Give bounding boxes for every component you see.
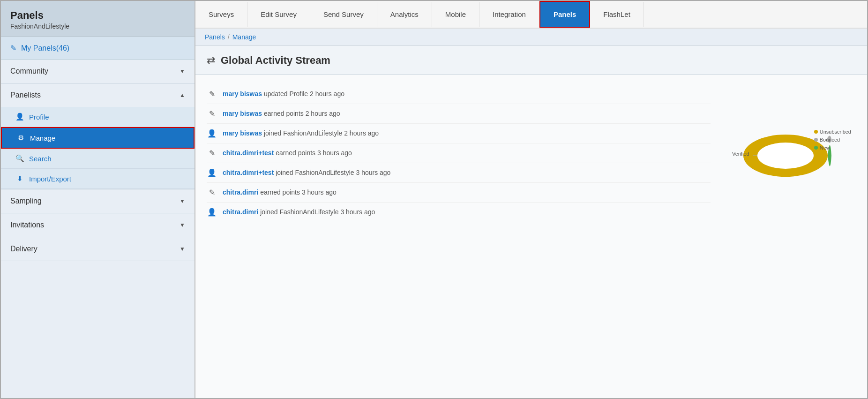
activity-item: ✎ mary biswas earned points 2 hours ago: [207, 104, 711, 124]
section-panelists-header[interactable]: Panelists ▲: [1, 83, 195, 107]
section-panelists: Panelists ▲ 👤 Profile ⚙ Manage 🔍 Search: [1, 83, 195, 189]
section-community: Community ▼: [1, 60, 195, 83]
search-icon: 🔍: [15, 154, 24, 163]
tab-surveys[interactable]: Surveys: [195, 2, 247, 27]
chart-verified-label: Verified: [732, 151, 749, 157]
activity-user-2[interactable]: mary biswas: [223, 110, 262, 117]
tab-integration[interactable]: Integration: [479, 2, 539, 27]
legend-bounced: Bounced: [814, 137, 851, 143]
content-header: ⇄ Global Activity Stream: [195, 46, 867, 75]
section-panelists-title: Panelists: [10, 91, 41, 99]
activity-time-4: 3 hours ago: [317, 149, 352, 157]
sidebar-title: Panels: [10, 9, 185, 22]
activity-time-2: 2 hours ago: [306, 110, 340, 117]
sidebar-item-profile[interactable]: 👤 Profile: [1, 107, 195, 127]
tab-edit-survey[interactable]: Edit Survey: [247, 2, 310, 27]
import-export-icon: ⬇: [15, 174, 24, 183]
section-sampling-header[interactable]: Sampling ▼: [1, 189, 195, 213]
activity-action-1: updated Profile: [264, 90, 310, 98]
section-invitations-header[interactable]: Invitations ▼: [1, 213, 195, 237]
activity-item: ✎ chitra.dimri+test earned points 3 hour…: [207, 143, 711, 163]
tab-flashlet[interactable]: FlashLet: [590, 2, 644, 27]
activity-time-7: 3 hours ago: [340, 208, 375, 216]
activity-item: 👤 chitra.dimri joined FashionAndLifestyl…: [207, 203, 711, 222]
activity-user-6[interactable]: chitra.dimri: [223, 188, 258, 196]
top-nav: Surveys Edit Survey Send Survey Analytic…: [195, 1, 867, 29]
activity-action-6: earned points: [260, 188, 302, 196]
activity-time-1: 2 hours ago: [310, 90, 344, 98]
activity-edit-icon-6: ✎: [207, 188, 217, 197]
tab-send-survey[interactable]: Send Survey: [310, 2, 377, 27]
activity-edit-icon-2: ✎: [207, 109, 217, 118]
tab-panels[interactable]: Panels: [539, 1, 590, 28]
panelists-subsection: 👤 Profile ⚙ Manage 🔍 Search ⬇ Import/Exp…: [1, 107, 195, 189]
chart-legend: Unsubscribed Bounced New: [814, 129, 851, 151]
donut-chart-container: Verified Unsubscribed: [729, 125, 851, 181]
activity-time-6: 3 hours ago: [302, 188, 337, 196]
legend-label-bounced: Bounced: [820, 137, 840, 143]
main-panel: Surveys Edit Survey Send Survey Analytic…: [195, 1, 867, 398]
section-invitations: Invitations ▼: [1, 213, 195, 237]
activity-person-icon-3: 👤: [207, 129, 217, 138]
activity-time-3: 2 hours ago: [344, 129, 379, 137]
section-invitations-title: Invitations: [10, 221, 44, 229]
activity-person-icon-5: 👤: [207, 168, 217, 177]
activity-edit-icon-1: ✎: [207, 90, 217, 98]
my-panels-label: My Panels(46): [21, 44, 69, 53]
activity-user-1[interactable]: mary biswas: [223, 90, 262, 98]
breadcrumb-panels[interactable]: Panels: [205, 33, 225, 41]
sidebar-header: Panels FashionAndLifestyle: [1, 1, 195, 37]
my-panels-button[interactable]: ✎ My Panels(46): [1, 37, 195, 60]
activity-action-5: joined FashionAndLifestyle: [276, 169, 356, 176]
breadcrumb-bar: Panels / Manage: [195, 29, 867, 46]
section-sampling: Sampling ▼: [1, 189, 195, 213]
activity-item: 👤 chitra.dimri+test joined FashionAndLif…: [207, 163, 711, 183]
sidebar: Panels FashionAndLifestyle ✎ My Panels(4…: [1, 1, 195, 398]
section-community-title: Community: [10, 67, 48, 75]
activity-action-7: joined FashionAndLifestyle: [260, 208, 340, 216]
legend-label-unsubscribed: Unsubscribed: [820, 129, 851, 135]
section-delivery-title: Delivery: [10, 245, 37, 253]
activity-text-3: mary biswas joined FashionAndLifestyle 2…: [223, 128, 379, 138]
chart-area: Verified Unsubscribed: [725, 84, 856, 222]
section-delivery-header[interactable]: Delivery ▼: [1, 237, 195, 261]
legend-label-new: New: [820, 145, 830, 151]
activity-user-7[interactable]: chitra.dimri: [223, 208, 258, 216]
sidebar-item-search-label: Search: [29, 155, 52, 163]
content-header-title: Global Activity Stream: [221, 54, 330, 67]
sidebar-item-import-export[interactable]: ⬇ Import/Export: [1, 169, 195, 189]
breadcrumb-manage[interactable]: Manage: [232, 33, 256, 41]
svg-point-1: [757, 143, 814, 169]
section-community-header[interactable]: Community ▼: [1, 60, 195, 83]
activity-item: 👤 mary biswas joined FashionAndLifestyle…: [207, 124, 711, 143]
content-area: ⇄ Global Activity Stream ✎ mary biswas u…: [195, 46, 867, 398]
sidebar-item-manage[interactable]: ⚙ Manage: [1, 127, 195, 149]
activity-user-5[interactable]: chitra.dimri+test: [223, 169, 274, 176]
activity-text-2: mary biswas earned points 2 hours ago: [223, 109, 340, 119]
activity-action-3: joined FashionAndLifestyle: [264, 129, 344, 137]
activity-user-4[interactable]: chitra.dimri+test: [223, 149, 274, 157]
activity-text-1: mary biswas updated Profile 2 hours ago: [223, 89, 344, 99]
profile-icon: 👤: [15, 113, 24, 121]
breadcrumb: Panels / Manage: [205, 33, 858, 41]
section-delivery: Delivery ▼: [1, 237, 195, 261]
sidebar-item-search[interactable]: 🔍 Search: [1, 149, 195, 169]
sidebar-item-profile-label: Profile: [29, 113, 49, 121]
activity-list: ✎ mary biswas updated Profile 2 hours ag…: [207, 84, 711, 222]
delivery-chevron-icon: ▼: [180, 246, 185, 252]
sidebar-item-import-export-label: Import/Export: [29, 175, 71, 183]
sidebar-subtitle: FashionAndLifestyle: [10, 23, 185, 30]
sidebar-item-manage-label: Manage: [30, 134, 55, 142]
activity-edit-icon-4: ✎: [207, 149, 217, 158]
section-sampling-title: Sampling: [10, 197, 42, 205]
legend-unsubscribed: Unsubscribed: [814, 129, 851, 135]
activity-action-4: earned points: [276, 149, 317, 157]
activity-user-3[interactable]: mary biswas: [223, 129, 262, 137]
manage-icon: ⚙: [16, 134, 25, 142]
activity-text-4: chitra.dimri+test earned points 3 hours …: [223, 148, 352, 158]
activity-text-5: chitra.dimri+test joined FashionAndLifes…: [223, 168, 390, 178]
activity-action-2: earned points: [264, 110, 306, 117]
legend-new: New: [814, 145, 851, 151]
tab-mobile[interactable]: Mobile: [432, 2, 479, 27]
tab-analytics[interactable]: Analytics: [377, 2, 432, 27]
